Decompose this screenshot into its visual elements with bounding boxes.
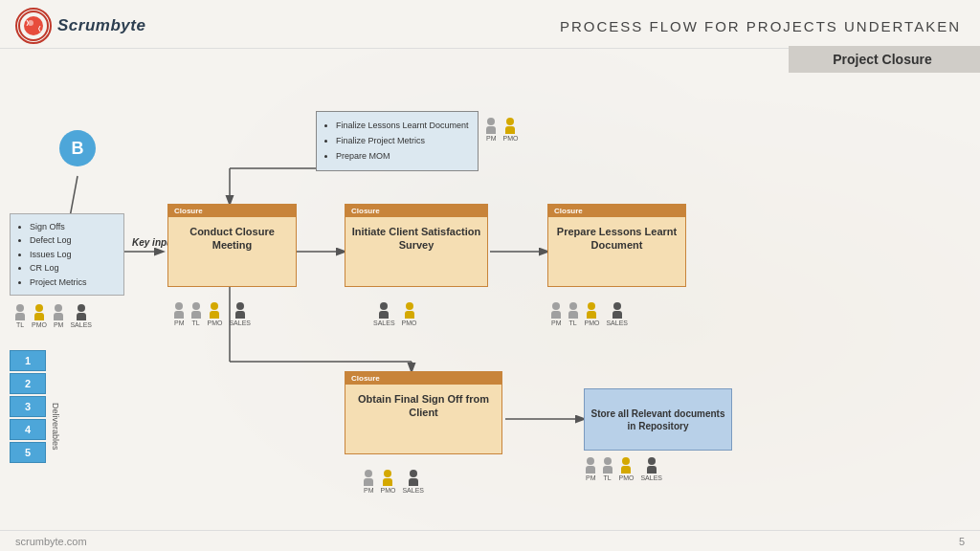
- info-item: Finalize Project Metrics: [336, 133, 470, 148]
- initiate-client-text: Initiate Client Satisfaction Survey: [345, 217, 487, 256]
- person-tl-prepare: TL: [568, 302, 578, 326]
- person-sales-conduct: SALES: [229, 302, 251, 326]
- person-sales-obtain: SALES: [402, 470, 424, 494]
- store-box: Store all Relevant documents in Reposito…: [584, 388, 732, 451]
- logo-text: Scrumbyte: [57, 16, 145, 35]
- info-item: Prepare MOM: [336, 148, 470, 164]
- person-sales-store: SALES: [640, 457, 662, 481]
- closure-label-3: Closure: [548, 205, 685, 217]
- input-item: Issues Log: [30, 248, 116, 261]
- closure-label-2: Closure: [345, 205, 487, 217]
- prepare-lessons-box: Closure Prepare Lessons Learnt Document: [547, 204, 686, 287]
- persons-store: PM TL PMO SALES: [584, 457, 664, 481]
- footer: scrumbyte.com 5: [0, 530, 980, 551]
- person-tl-conduct: TL: [191, 302, 201, 326]
- del-item-2: 2: [10, 373, 46, 394]
- page: Scrumbyte Process Flow for Projects Unde…: [0, 0, 980, 551]
- info-list: Finalize Lessons Learnt Document Finaliz…: [324, 118, 470, 165]
- info-item: Finalize Lessons Learnt Document: [336, 118, 470, 133]
- store-box-text: Store all Relevant documents in Reposito…: [590, 408, 725, 432]
- person-pm: PM: [54, 304, 64, 328]
- del-item-4: 4: [10, 419, 46, 440]
- persons-initiate: SALES PMO: [371, 302, 419, 326]
- person-pm-obtain: PM: [364, 470, 374, 494]
- input-item: CR Log: [30, 261, 116, 275]
- diagram: B Sign Offs Defect Log Issues Log CR Log…: [0, 46, 980, 530]
- person-pm-conduct: PM: [174, 302, 185, 326]
- person-pmo: PMO: [32, 304, 47, 328]
- input-box: Sign Offs Defect Log Issues Log CR Log P…: [10, 213, 124, 296]
- person-tl: TL: [15, 304, 25, 328]
- logo-circle: [15, 8, 52, 44]
- person-sales: SALES: [70, 304, 92, 328]
- initiate-client-box: Closure Initiate Client Satisfaction Sur…: [345, 204, 488, 287]
- input-item: Defect Log: [30, 233, 116, 247]
- person-pm-info: PM: [486, 118, 497, 142]
- person-pmo-prepare: PMO: [585, 302, 600, 326]
- project-closure-badge: Project Closure: [789, 46, 980, 73]
- persons-conduct: PM TL PMO SALES: [172, 302, 253, 326]
- deliverables-label: Deliverables: [51, 403, 60, 451]
- person-pm-store: PM: [586, 457, 596, 481]
- conduct-closure-box: Closure Conduct Closure Meeting: [167, 204, 297, 287]
- footer-page-number: 5: [959, 536, 965, 547]
- obtain-signoff-text: Obtain Final Sign Off from Client: [345, 385, 501, 424]
- closure-label-4: Closure: [345, 372, 501, 385]
- info-box: Finalize Lessons Learnt Document Finaliz…: [316, 111, 479, 171]
- input-list: Sign Offs Defect Log Issues Log CR Log P…: [18, 220, 116, 289]
- person-pmo-info: PMO: [503, 118, 519, 142]
- persons-prepare: PM TL PMO SALES: [549, 302, 630, 326]
- header-title: Process Flow for Projects Undertaken: [560, 18, 961, 34]
- person-pmo-conduct: PMO: [208, 302, 223, 326]
- del-item-5: 5: [10, 442, 46, 463]
- footer-website: scrumbyte.com: [15, 536, 87, 547]
- del-item-1: 1: [10, 350, 46, 371]
- header: Scrumbyte Process Flow for Projects Unde…: [0, 0, 980, 49]
- person-pm-prepare: PM: [551, 302, 562, 326]
- input-item: Project Metrics: [30, 276, 116, 289]
- person-pmo-store: PMO: [619, 457, 635, 481]
- person-tl-store: TL: [603, 457, 612, 481]
- persons-obtain: PM PMO SALES: [362, 470, 426, 494]
- person-pmo-initiate: PMO: [402, 302, 417, 326]
- person-pmo-obtain: PMO: [381, 470, 396, 494]
- persons-input-box: TL PMO PM SALES: [13, 304, 94, 328]
- closure-label-1: Closure: [168, 205, 296, 217]
- conduct-closure-text: Conduct Closure Meeting: [168, 217, 296, 256]
- obtain-signoff-box: Closure Obtain Final Sign Off from Clien…: [345, 371, 502, 454]
- input-item: Sign Offs: [30, 220, 116, 233]
- person-sales-initiate: SALES: [373, 302, 395, 326]
- del-item-3: 3: [10, 396, 46, 417]
- prepare-lessons-text: Prepare Lessons Learnt Document: [548, 217, 685, 256]
- persons-info-box: PM PMO: [484, 118, 520, 142]
- person-sales-prepare: SALES: [606, 302, 628, 326]
- circle-b: B: [59, 130, 96, 166]
- logo: Scrumbyte: [15, 8, 145, 44]
